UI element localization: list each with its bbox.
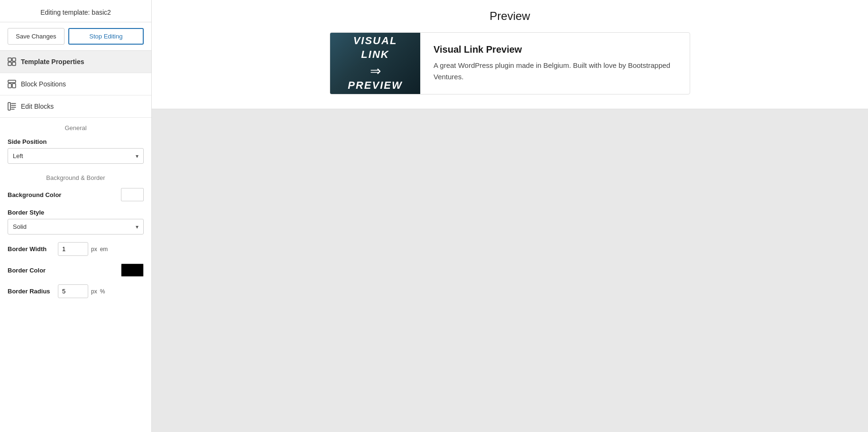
border-radius-input[interactable] [58,284,88,298]
sidebar-header: Editing template: basic2 [0,0,151,22]
edit-blocks-icon [8,102,16,111]
nav-label-template-properties: Template Properties [21,58,84,66]
border-radius-unit-percent: % [100,288,105,295]
preview-title: Preview [171,9,849,23]
border-style-select-wrapper: None Solid Dashed Dotted ▾ [8,219,144,235]
svg-rect-7 [8,103,10,110]
border-width-unit-em: em [100,246,108,253]
side-position-select-wrapper: Left Right Center ▾ [8,148,144,164]
border-style-label: Border Style [8,209,144,216]
sidebar-buttons: Save Changes Stop Editing [0,22,151,51]
border-style-select[interactable]: None Solid Dashed Dotted [8,219,143,234]
side-position-select[interactable]: Left Right Center [8,149,143,163]
template-icon [8,57,16,66]
background-color-row: Background Color [0,184,151,205]
preview-plugin-desc: A great WordPress plugin made in Belgium… [434,60,676,83]
nav-label-block-positions: Block Positions [21,80,66,88]
gray-area [152,109,868,432]
preview-image-text-line1: VISUAL [348,34,402,48]
border-radius-unit-px: px [91,288,97,295]
nav-item-template-properties[interactable]: Template Properties [0,51,151,73]
preview-plugin-title: Visual Link Preview [434,44,676,55]
svg-rect-3 [12,62,16,66]
background-border-section-label: Background & Border [0,168,151,184]
svg-rect-4 [8,80,16,83]
preview-image-text-line2: LINK [348,48,402,62]
border-width-unit-px: px [91,246,97,253]
main-content: Preview VISUAL LINK ⇒ PREVIEW Visual Lin… [152,0,868,432]
border-color-row: Border Color [0,260,151,281]
border-radius-row: Border Radius px % [0,281,151,302]
sidebar: Editing template: basic2 Save Changes St… [0,0,152,432]
svg-rect-0 [8,58,11,61]
nav-item-block-positions[interactable]: Block Positions [0,73,151,95]
background-color-label: Background Color [8,191,61,198]
preview-image-content: VISUAL LINK ⇒ PREVIEW [348,34,402,93]
editing-template-label: Editing template: basic2 [40,9,111,16]
border-width-row: Border Width px em [0,238,151,260]
preview-image-text-line3: PREVIEW [348,79,402,93]
save-changes-button[interactable]: Save Changes [8,28,65,45]
border-radius-label: Border Radius [8,288,55,295]
svg-rect-6 [12,84,16,88]
side-position-group: Side Position Left Right Center ▾ [0,134,151,168]
background-color-swatch[interactable] [121,188,144,201]
stop-editing-button[interactable]: Stop Editing [68,28,144,45]
preview-image: VISUAL LINK ⇒ PREVIEW [330,33,420,94]
border-width-label: Border Width [8,245,55,253]
border-color-label: Border Color [8,267,46,274]
preview-image-arrow-icon: ⇒ [348,63,402,79]
border-width-input[interactable] [58,242,88,256]
svg-rect-1 [12,58,16,61]
border-style-group: Border Style None Solid Dashed Dotted ▾ [0,205,151,238]
nav-item-edit-blocks[interactable]: Edit Blocks [0,95,151,118]
svg-rect-5 [8,84,11,88]
side-position-label: Side Position [8,138,144,145]
preview-text-area: Visual Link Preview A great WordPress pl… [420,33,690,94]
preview-section: Preview VISUAL LINK ⇒ PREVIEW Visual Lin… [152,0,868,109]
nav-label-edit-blocks: Edit Blocks [21,103,54,110]
general-section-label: General [0,118,151,134]
preview-card: VISUAL LINK ⇒ PREVIEW Visual Link Previe… [330,32,690,94]
block-positions-icon [8,80,16,88]
border-color-swatch[interactable] [121,263,144,277]
svg-rect-2 [8,62,11,66]
